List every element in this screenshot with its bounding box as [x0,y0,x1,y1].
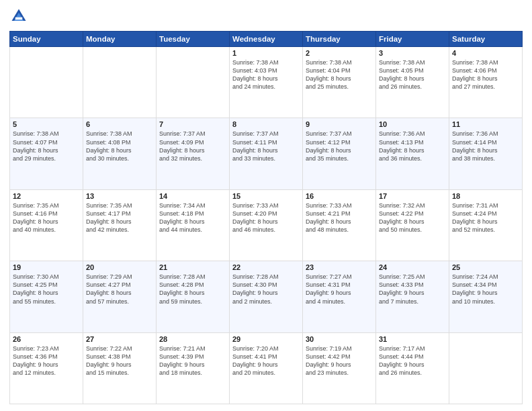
day-info: Sunrise: 7:37 AM Sunset: 4:11 PM Dayligh… [232,130,300,163]
calendar-week-row: 12Sunrise: 7:35 AM Sunset: 4:16 PM Dayli… [10,189,523,261]
calendar-cell [83,47,157,118]
day-number: 5 [13,120,80,128]
calendar-cell: 13Sunrise: 7:35 AM Sunset: 4:17 PM Dayli… [83,189,157,261]
weekday-header-monday: Monday [83,32,157,47]
weekday-header-saturday: Saturday [449,32,523,47]
day-number: 26 [13,335,80,343]
day-number: 4 [452,49,519,57]
calendar-week-row: 5Sunrise: 7:38 AM Sunset: 4:07 PM Daylig… [10,118,523,189]
calendar-cell: 9Sunrise: 7:37 AM Sunset: 4:12 PM Daylig… [303,118,376,189]
calendar-cell: 27Sunrise: 7:22 AM Sunset: 4:38 PM Dayli… [83,332,157,404]
day-info: Sunrise: 7:19 AM Sunset: 4:42 PM Dayligh… [306,345,373,377]
day-info: Sunrise: 7:30 AM Sunset: 4:25 PM Dayligh… [13,273,80,306]
calendar-cell: 12Sunrise: 7:35 AM Sunset: 4:16 PM Dayli… [10,189,83,261]
calendar-cell: 21Sunrise: 7:28 AM Sunset: 4:28 PM Dayli… [157,261,230,332]
calendar-cell: 22Sunrise: 7:28 AM Sunset: 4:30 PM Dayli… [230,261,303,332]
day-info: Sunrise: 7:29 AM Sunset: 4:27 PM Dayligh… [86,273,153,306]
day-info: Sunrise: 7:38 AM Sunset: 4:08 PM Dayligh… [86,130,153,163]
day-number: 6 [86,120,153,128]
day-info: Sunrise: 7:35 AM Sunset: 4:16 PM Dayligh… [13,201,80,234]
calendar-cell: 8Sunrise: 7:37 AM Sunset: 4:11 PM Daylig… [230,118,303,189]
day-info: Sunrise: 7:20 AM Sunset: 4:41 PM Dayligh… [232,345,300,377]
day-number: 29 [232,335,300,343]
calendar-cell: 16Sunrise: 7:33 AM Sunset: 4:21 PM Dayli… [303,189,376,261]
day-number: 13 [86,192,153,200]
day-number: 21 [159,263,226,271]
calendar-cell: 17Sunrise: 7:32 AM Sunset: 4:22 PM Dayli… [376,189,449,261]
day-info: Sunrise: 7:32 AM Sunset: 4:22 PM Dayligh… [379,201,446,234]
calendar-cell: 5Sunrise: 7:38 AM Sunset: 4:07 PM Daylig… [10,118,83,189]
weekday-header-friday: Friday [376,32,449,47]
day-info: Sunrise: 7:28 AM Sunset: 4:30 PM Dayligh… [232,273,300,306]
calendar-cell: 14Sunrise: 7:34 AM Sunset: 4:18 PM Dayli… [157,189,230,261]
calendar-cell: 24Sunrise: 7:25 AM Sunset: 4:33 PM Dayli… [376,261,449,332]
day-info: Sunrise: 7:38 AM Sunset: 4:04 PM Dayligh… [306,58,373,91]
weekday-header-wednesday: Wednesday [230,32,303,47]
day-number: 30 [306,335,373,343]
calendar-cell: 6Sunrise: 7:38 AM Sunset: 4:08 PM Daylig… [83,118,157,189]
svg-rect-2 [15,17,23,20]
day-number: 14 [159,192,226,200]
calendar-cell: 4Sunrise: 7:38 AM Sunset: 4:06 PM Daylig… [449,47,523,118]
day-info: Sunrise: 7:24 AM Sunset: 4:34 PM Dayligh… [452,273,519,306]
day-info: Sunrise: 7:33 AM Sunset: 4:20 PM Dayligh… [232,201,300,234]
day-number: 20 [86,263,153,271]
day-number: 18 [452,192,519,200]
day-number: 9 [306,120,373,128]
weekday-header-thursday: Thursday [303,32,376,47]
day-info: Sunrise: 7:37 AM Sunset: 4:12 PM Dayligh… [306,130,373,163]
page-container: SundayMondayTuesdayWednesdayThursdayFrid… [0,0,532,411]
calendar-cell: 15Sunrise: 7:33 AM Sunset: 4:20 PM Dayli… [230,189,303,261]
day-number: 12 [13,192,80,200]
day-info: Sunrise: 7:37 AM Sunset: 4:09 PM Dayligh… [159,130,226,163]
day-info: Sunrise: 7:23 AM Sunset: 4:36 PM Dayligh… [13,345,80,377]
calendar-week-row: 1Sunrise: 7:38 AM Sunset: 4:03 PM Daylig… [10,47,523,118]
calendar-cell: 18Sunrise: 7:31 AM Sunset: 4:24 PM Dayli… [449,189,523,261]
calendar-week-row: 26Sunrise: 7:23 AM Sunset: 4:36 PM Dayli… [10,332,523,404]
day-number: 28 [159,335,226,343]
day-info: Sunrise: 7:31 AM Sunset: 4:24 PM Dayligh… [452,201,519,234]
day-info: Sunrise: 7:21 AM Sunset: 4:39 PM Dayligh… [159,345,226,377]
day-info: Sunrise: 7:35 AM Sunset: 4:17 PM Dayligh… [86,201,153,234]
calendar-cell: 3Sunrise: 7:38 AM Sunset: 4:05 PM Daylig… [376,47,449,118]
calendar-table: SundayMondayTuesdayWednesdayThursdayFrid… [9,31,523,404]
day-number: 31 [379,335,446,343]
day-number: 1 [232,49,300,57]
logo [9,7,31,26]
day-info: Sunrise: 7:38 AM Sunset: 4:03 PM Dayligh… [232,58,300,91]
day-number: 19 [13,263,80,271]
calendar-cell: 20Sunrise: 7:29 AM Sunset: 4:27 PM Dayli… [83,261,157,332]
day-number: 25 [452,263,519,271]
logo-icon [9,7,28,26]
calendar-cell: 25Sunrise: 7:24 AM Sunset: 4:34 PM Dayli… [449,261,523,332]
day-number: 7 [159,120,226,128]
weekday-header-row: SundayMondayTuesdayWednesdayThursdayFrid… [10,32,523,47]
calendar-cell: 28Sunrise: 7:21 AM Sunset: 4:39 PM Dayli… [157,332,230,404]
calendar-cell: 23Sunrise: 7:27 AM Sunset: 4:31 PM Dayli… [303,261,376,332]
day-info: Sunrise: 7:36 AM Sunset: 4:14 PM Dayligh… [452,130,519,163]
day-number: 2 [306,49,373,57]
day-info: Sunrise: 7:34 AM Sunset: 4:18 PM Dayligh… [159,201,226,234]
day-info: Sunrise: 7:38 AM Sunset: 4:07 PM Dayligh… [13,130,80,163]
day-number: 16 [306,192,373,200]
day-number: 11 [452,120,519,128]
day-info: Sunrise: 7:27 AM Sunset: 4:31 PM Dayligh… [306,273,373,306]
calendar-cell [449,332,523,404]
calendar-cell: 26Sunrise: 7:23 AM Sunset: 4:36 PM Dayli… [10,332,83,404]
day-number: 23 [306,263,373,271]
day-number: 8 [232,120,300,128]
calendar-cell: 10Sunrise: 7:36 AM Sunset: 4:13 PM Dayli… [376,118,449,189]
weekday-header-sunday: Sunday [10,32,83,47]
day-info: Sunrise: 7:25 AM Sunset: 4:33 PM Dayligh… [379,273,446,306]
calendar-cell: 30Sunrise: 7:19 AM Sunset: 4:42 PM Dayli… [303,332,376,404]
calendar-cell: 19Sunrise: 7:30 AM Sunset: 4:25 PM Dayli… [10,261,83,332]
day-number: 27 [86,335,153,343]
day-info: Sunrise: 7:33 AM Sunset: 4:21 PM Dayligh… [306,201,373,234]
day-info: Sunrise: 7:38 AM Sunset: 4:05 PM Dayligh… [379,58,446,91]
day-number: 3 [379,49,446,57]
day-number: 24 [379,263,446,271]
calendar-cell [10,47,83,118]
day-info: Sunrise: 7:28 AM Sunset: 4:28 PM Dayligh… [159,273,226,306]
day-info: Sunrise: 7:17 AM Sunset: 4:44 PM Dayligh… [379,345,446,377]
header [9,7,523,26]
